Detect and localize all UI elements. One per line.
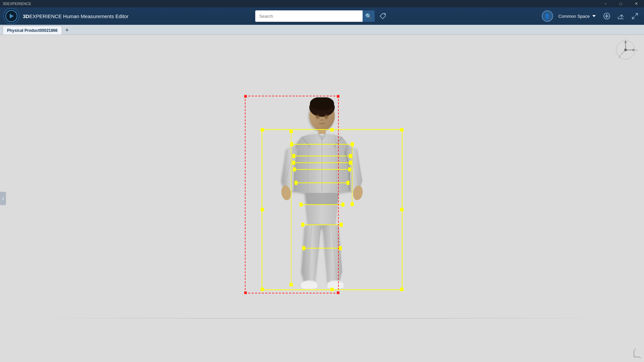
play-icon — [10, 14, 14, 18]
user-initials: 👤 — [545, 14, 550, 18]
svg-rect-33 — [349, 161, 352, 165]
expand-icon — [632, 13, 638, 19]
svg-rect-53 — [351, 202, 354, 206]
svg-point-10 — [316, 114, 320, 119]
compass-svg: Y X Z — [614, 38, 637, 62]
search-input[interactable] — [255, 10, 363, 22]
title-bar-text: 3DEXPERIENCE — [3, 2, 31, 6]
svg-text:Z: Z — [634, 349, 636, 351]
figure-container — [272, 97, 372, 292]
svg-point-0 — [384, 14, 385, 15]
app-name-bold: 3D — [23, 13, 29, 19]
svg-rect-50 — [289, 130, 293, 133]
svg-line-5 — [635, 13, 638, 16]
svg-rect-44 — [301, 223, 304, 227]
tag-button[interactable] — [377, 10, 389, 22]
compass: Y X Z — [614, 38, 637, 62]
tab-add-button[interactable]: + — [63, 26, 71, 35]
right-toolbar: 👤 Common Space — [542, 10, 641, 22]
main-toolbar: 3DEXPERIENCE Human Measurements Editor 🔍… — [0, 7, 644, 25]
app-logo[interactable] — [3, 8, 19, 24]
svg-rect-29 — [292, 154, 295, 158]
title-bar: 3DEXPERIENCE − □ ✕ — [0, 0, 644, 7]
svg-rect-48 — [339, 246, 342, 250]
svg-rect-26 — [290, 142, 293, 146]
svg-rect-51 — [289, 283, 293, 286]
add-icon — [603, 13, 610, 19]
svg-rect-41 — [300, 202, 303, 206]
svg-text:Y: Y — [625, 38, 627, 40]
svg-rect-35 — [293, 167, 296, 171]
svg-line-62 — [621, 50, 626, 55]
app-title: 3DEXPERIENCE Human Measurements Editor — [23, 13, 128, 19]
common-space-button[interactable]: Common Space — [556, 12, 598, 20]
app-subtitle: Human Measurements Editor — [63, 13, 128, 19]
svg-text:X: X — [636, 49, 637, 52]
axis-indicator-svg: Z Y — [627, 349, 641, 359]
share-icon — [618, 13, 624, 19]
viewport[interactable]: › — [0, 35, 644, 362]
sidebar-collapse-button[interactable]: › — [0, 192, 6, 205]
svg-text:Z: Z — [619, 55, 621, 58]
svg-rect-45 — [340, 223, 343, 227]
svg-rect-36 — [348, 167, 351, 171]
tab-label: Physical Product00021866 — [7, 28, 58, 33]
search-container: 🔍 — [255, 10, 389, 22]
title-bar-controls: − □ ✕ — [598, 0, 644, 7]
human-figure-svg — [272, 97, 372, 292]
svg-rect-42 — [341, 202, 344, 206]
add-button[interactable] — [601, 10, 612, 22]
share-button[interactable] — [615, 10, 627, 22]
expand-button[interactable] — [629, 10, 641, 22]
svg-point-11 — [324, 114, 328, 119]
tag-icon — [379, 12, 386, 20]
app-name-experience: EXPERIENCE — [29, 13, 62, 19]
svg-rect-38 — [294, 181, 298, 185]
common-space-label: Common Space — [558, 14, 590, 19]
chevron-down-icon — [592, 15, 596, 17]
minimize-button[interactable]: − — [598, 0, 613, 7]
svg-text:Y: Y — [639, 356, 641, 359]
tab-bar: Physical Product00021866 + — [0, 25, 644, 35]
svg-rect-30 — [349, 154, 352, 158]
axis-indicator: Z Y — [627, 349, 641, 359]
play-circle — [5, 10, 17, 22]
svg-line-6 — [632, 16, 635, 19]
maximize-button[interactable]: □ — [613, 0, 629, 7]
svg-rect-32 — [292, 161, 295, 165]
search-icon: 🔍 — [365, 13, 372, 19]
svg-rect-39 — [346, 181, 350, 185]
svg-point-12 — [320, 119, 324, 121]
tab-add-icon: + — [65, 27, 69, 34]
user-avatar[interactable]: 👤 — [542, 10, 553, 22]
tab-physical-product[interactable]: Physical Product00021866 — [3, 26, 62, 35]
search-button[interactable]: 🔍 — [363, 10, 375, 22]
sidebar-arrow-icon: › — [2, 196, 4, 201]
floor-line — [0, 318, 644, 318]
close-button[interactable]: ✕ — [629, 0, 644, 7]
svg-rect-47 — [302, 246, 305, 250]
